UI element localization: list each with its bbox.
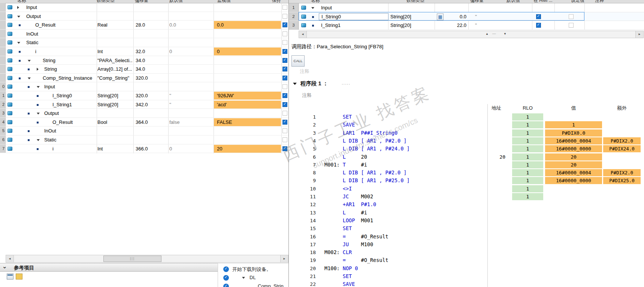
interface-row[interactable]: String"PARA_Selecti...34.0 (0, 56, 288, 65)
retain-checkbox[interactable] (282, 31, 287, 36)
right-horizontal-scrollbar[interactable]: ◄ ► ▲ ┄┄ ▼ (299, 31, 644, 38)
retain-checkbox[interactable] (282, 137, 287, 142)
interface-row[interactable]: 1Input (289, 3, 644, 12)
interface-row[interactable]: 6Static (0, 135, 288, 144)
splitter-down-icon[interactable]: ▼ (504, 32, 507, 36)
expand-arrow-icon[interactable] (37, 68, 39, 71)
interface-row[interactable]: 4O_ResultBool364.0falseFALSE (0, 118, 288, 127)
block-interface-table: 1Input2I_String0String[20]▦0.0''3I_Strin… (289, 3, 644, 30)
left-horizontal-scrollbar[interactable]: ◄ ► ||| (6, 255, 288, 263)
stl-code-line[interactable]: 20M100: NOP 0 (289, 265, 644, 272)
retain-checkbox[interactable] (282, 84, 287, 89)
interface-row[interactable]: 7iInt366.0020 (0, 144, 288, 153)
stl-code-line[interactable]: 15 SET (289, 225, 644, 232)
stl-code-line[interactable]: 14 LOOP M001 (289, 217, 644, 225)
retain-checkbox[interactable] (282, 111, 287, 116)
retain-checkbox[interactable] (282, 102, 287, 107)
retain-checkbox[interactable] (282, 76, 287, 80)
stl-code-line[interactable]: 16 = #O_Result (289, 233, 644, 241)
network-title[interactable]: 程序段 1 ： (300, 80, 328, 87)
interface-row[interactable]: Static (0, 38, 288, 47)
interface-row[interactable]: Output (0, 12, 288, 21)
reference-projects-bar[interactable]: ⌄ 参考项目 (0, 263, 218, 272)
stl-code-line[interactable]: 1 SET1 (289, 113, 644, 121)
datatype-picker-button[interactable]: ▦ (437, 13, 444, 20)
stl-code-line[interactable]: 2 SAVE11 (289, 121, 644, 129)
setpoint-checkbox[interactable] (569, 23, 574, 28)
interface-row[interactable]: StringArray[0..12] of...34.0 (0, 65, 288, 74)
retain-checkbox[interactable] (282, 146, 287, 151)
retain-checkbox[interactable] (282, 67, 287, 71)
scroll-right-icon[interactable]: ► (280, 255, 288, 262)
expand-arrow-icon[interactable] (28, 77, 31, 79)
open-reference-project-icon[interactable] (16, 274, 22, 280)
collapse-chevron-icon[interactable]: ⌄ (2, 263, 7, 270)
scroll-left-icon[interactable]: ◄ (299, 31, 307, 38)
stl-code-line[interactable]: 19 = #O_Result (289, 256, 644, 264)
stl-code-line[interactable]: 21 SET (289, 272, 644, 280)
stl-code-line[interactable]: 11 JC M0021 (289, 193, 644, 201)
expand-arrow-icon[interactable] (242, 277, 245, 279)
setpoint-checkbox[interactable] (569, 14, 574, 19)
scroll-right-icon[interactable]: ► (635, 31, 643, 38)
stl-code-line[interactable]: 12 +AR1 P#1.0 (289, 201, 644, 208)
expand-arrow-icon[interactable] (311, 7, 314, 9)
expand-arrow-icon[interactable] (17, 6, 19, 9)
stl-code-line[interactable]: 9 L DIB [ AR1 , P#25.0 ]116#0000_0000P#D… (289, 177, 644, 184)
stl-code-line[interactable]: 6 L 2020120 (289, 153, 644, 161)
stl-code-line[interactable]: 10 <>I1 (289, 185, 644, 193)
retain-checkbox[interactable] (282, 22, 287, 27)
expand-arrow-icon[interactable] (37, 86, 40, 88)
retain-checkbox[interactable] (282, 49, 287, 54)
retain-checkbox[interactable] (282, 5, 287, 10)
interface-row[interactable]: iInt32.000 (0, 47, 288, 56)
retain-checkbox[interactable] (282, 58, 287, 63)
expand-arrow-icon[interactable] (17, 16, 20, 18)
stl-code-editor[interactable]: 1 SET12 SAVE113 LAR1 P##I_String01P#DIX0… (289, 113, 644, 287)
stl-code-line[interactable]: 8 L DIB [ AR1 , P#2.0 ]116#0000_0004P#DI… (289, 169, 644, 177)
interface-row[interactable]: 3Output (0, 109, 288, 118)
expand-arrow-icon[interactable] (17, 42, 20, 44)
expand-arrow-icon[interactable] (37, 139, 40, 141)
stl-code-line[interactable]: 17 JU M100 (289, 241, 644, 248)
stl-code-line[interactable]: 5 L DIB [ AR1 , P#24.0 ]116#0000_0000P#D… (289, 145, 644, 153)
stl-code-line[interactable]: 13 L #i (289, 209, 644, 217)
interface-row[interactable]: Input (0, 3, 288, 12)
stl-code-line[interactable]: 22 SAVE (289, 280, 644, 287)
hmi-visible-checkbox[interactable] (536, 14, 541, 19)
network-collapse-arrow-icon[interactable] (293, 83, 297, 85)
expand-arrow-icon[interactable] (28, 60, 31, 62)
splitter-grip[interactable]: ┄┄ (492, 32, 496, 36)
splitter-up-icon[interactable]: ▲ (486, 32, 489, 36)
retain-checkbox[interactable] (282, 93, 287, 98)
interface-row[interactable]: 0Input (0, 82, 288, 91)
interface-row[interactable]: 2I_String1String[20]342.0'''acd' (0, 100, 288, 109)
stl-code-line[interactable]: 18M002: CLR (289, 248, 644, 256)
retain-checkbox[interactable] (282, 14, 287, 19)
retain-checkbox[interactable] (282, 40, 287, 45)
interface-row[interactable]: O_ResultReal28.00.00.0 (0, 21, 288, 30)
expand-arrow-icon[interactable] (37, 113, 40, 115)
stl-code-line[interactable]: 3 LAR1 P##I_String01P#DIX0.0 (289, 129, 644, 137)
tree-item[interactable]: Comp_Strin (218, 282, 288, 287)
interface-row[interactable]: 5InOut (0, 126, 288, 135)
stl-code-line[interactable]: 7M001: T #i120 (289, 161, 644, 169)
call-instruction-button[interactable]: CALL (291, 55, 305, 67)
interface-row[interactable]: 2I_String0String[20]▦0.0'' (289, 12, 644, 21)
interface-row[interactable]: 3I_String1String[20]22.0'' (289, 21, 644, 30)
interface-row[interactable]: InOut (0, 30, 288, 39)
tree-item[interactable]: 开始下载到设备。 (218, 265, 288, 274)
default-value: '' (169, 91, 211, 100)
retain-checkbox[interactable] (282, 128, 287, 133)
interface-row[interactable]: 1I_String0String[20]320.0'''926JW' (0, 91, 288, 100)
scrollbar-thumb[interactable]: ||| (103, 256, 161, 262)
scroll-left-icon[interactable]: ◄ (6, 255, 14, 262)
hmi-visible-checkbox[interactable] (536, 23, 541, 28)
stl-code-line[interactable]: 4 L DIB [ AR1 , P#2.0 ]116#0000_0004P#DI… (289, 137, 644, 145)
reference-toolbar-icon[interactable] (7, 274, 13, 280)
tree-item[interactable]: DL (218, 274, 288, 282)
interface-row[interactable]: Comp_String_Instance"Comp_String"320.0 (0, 74, 288, 83)
variable-name-editbox[interactable]: I_String0 (319, 13, 388, 20)
retain-checkbox[interactable] (282, 120, 287, 125)
column-header: 设定值 (571, 0, 584, 3)
